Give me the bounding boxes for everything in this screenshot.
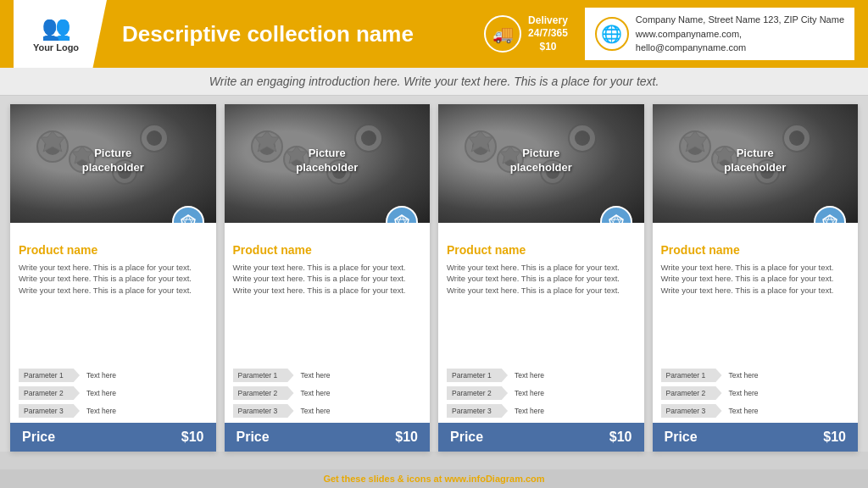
card-body-1: Product name Write your text here. This … bbox=[10, 223, 216, 423]
param-row-3-1: Parameter 1 Text here bbox=[447, 369, 636, 382]
param-value-1-3: Text here bbox=[83, 407, 116, 415]
product-card-4: Pictureplaceholder Product name Write yo… bbox=[653, 104, 859, 452]
param-value-3-3: Text here bbox=[511, 407, 544, 415]
param-value-4-1: Text here bbox=[726, 371, 759, 380]
param-row-1-2: Parameter 2 Text here bbox=[19, 386, 208, 400]
intro-bar: Write an engaging introduction here. Wri… bbox=[0, 68, 868, 96]
price-value-3: $10 bbox=[609, 430, 632, 445]
param-row-2-1: Parameter 1 Text here bbox=[233, 369, 422, 382]
param-label-3-1: Parameter 1 bbox=[447, 369, 508, 382]
header: 👥 Your Logo Descriptive collection name … bbox=[0, 0, 868, 68]
card-image-1: Pictureplaceholder bbox=[10, 104, 216, 223]
product-desc-1: Write your text here. This is a place fo… bbox=[19, 262, 208, 362]
product-name-1: Product name bbox=[19, 243, 208, 257]
param-row-3-3: Parameter 3 Text here bbox=[447, 404, 636, 418]
contact-info: Company Name, Street Name 123, ZIP City … bbox=[636, 13, 844, 55]
param-row-1-1: Parameter 1 Text here bbox=[19, 369, 208, 382]
product-card-3: Pictureplaceholder Product name Write yo… bbox=[438, 104, 644, 452]
card-image-2: Pictureplaceholder bbox=[225, 104, 431, 223]
card-image-4: Pictureplaceholder bbox=[653, 104, 859, 223]
product-name-3: Product name bbox=[447, 243, 636, 257]
truck-icon: 🚚 bbox=[484, 15, 521, 53]
header-contact: 🌐 Company Name, Street Name 123, ZIP Cit… bbox=[585, 8, 854, 60]
param-row-1-3: Parameter 3 Text here bbox=[19, 404, 208, 418]
card-body-2: Product name Write your text here. This … bbox=[225, 223, 431, 423]
param-value-4-3: Text here bbox=[726, 407, 759, 415]
params-1: Parameter 1 Text here Parameter 2 Text h… bbox=[19, 369, 208, 418]
price-label-1: Price bbox=[22, 430, 55, 445]
params-3: Parameter 1 Text here Parameter 2 Text h… bbox=[447, 369, 636, 418]
svg-point-23 bbox=[361, 130, 376, 146]
card-body-3: Product name Write your text here. This … bbox=[438, 223, 644, 423]
param-value-1-1: Text here bbox=[83, 371, 116, 380]
logo-icon: 👥 bbox=[42, 16, 71, 40]
param-label-1-2: Parameter 2 bbox=[19, 386, 80, 400]
globe-icon: 🌐 bbox=[595, 17, 629, 51]
price-label-4: Price bbox=[665, 430, 698, 445]
param-value-1-2: Text here bbox=[83, 389, 116, 397]
product-desc-2: Write your text here. This is a place fo… bbox=[233, 262, 422, 362]
param-value-2-1: Text here bbox=[298, 371, 331, 380]
svg-point-39 bbox=[575, 130, 590, 146]
param-label-4-1: Parameter 1 bbox=[661, 369, 722, 382]
params-2: Parameter 1 Text here Parameter 2 Text h… bbox=[233, 369, 422, 418]
price-value-4: $10 bbox=[823, 430, 846, 445]
param-value-3-2: Text here bbox=[511, 389, 544, 397]
param-row-3-2: Parameter 2 Text here bbox=[447, 386, 636, 400]
param-row-2-3: Parameter 3 Text here bbox=[233, 404, 422, 418]
card-footer-1: Price $10 bbox=[10, 423, 216, 452]
param-label-1-1: Parameter 1 bbox=[19, 369, 80, 382]
param-label-4-2: Parameter 2 bbox=[661, 386, 722, 400]
param-row-2-2: Parameter 2 Text here bbox=[233, 386, 422, 400]
param-value-4-2: Text here bbox=[726, 389, 759, 397]
params-4: Parameter 1 Text here Parameter 2 Text h… bbox=[661, 369, 850, 418]
product-card-1: Pictureplaceholder Product name Write yo… bbox=[10, 104, 216, 452]
footer-bar: Get these slides & icons at www.infoDiag… bbox=[0, 469, 868, 488]
price-value-1: $10 bbox=[181, 430, 204, 445]
header-title: Descriptive collection name bbox=[122, 21, 484, 47]
card-image-label-4: Pictureplaceholder bbox=[724, 147, 786, 175]
param-row-4-2: Parameter 2 Text here bbox=[661, 386, 850, 400]
card-body-4: Product name Write your text here. This … bbox=[653, 223, 859, 423]
product-desc-3: Write your text here. This is a place fo… bbox=[447, 262, 636, 362]
param-row-4-3: Parameter 3 Text here bbox=[661, 404, 850, 418]
card-footer-2: Price $10 bbox=[225, 423, 431, 452]
svg-point-7 bbox=[147, 130, 162, 146]
card-image-label-3: Pictureplaceholder bbox=[510, 147, 572, 175]
product-name-2: Product name bbox=[233, 243, 422, 257]
card-image-label-1: Pictureplaceholder bbox=[82, 147, 144, 175]
delivery-text: Delivery 24/7/365 $10 bbox=[528, 14, 568, 54]
param-label-2-2: Parameter 2 bbox=[233, 386, 294, 400]
card-image-label-2: Pictureplaceholder bbox=[296, 147, 358, 175]
logo-area: 👥 Your Logo bbox=[14, 0, 107, 68]
product-card-2: Pictureplaceholder Product name Write yo… bbox=[225, 104, 431, 452]
product-desc-4: Write your text here. This is a place fo… bbox=[661, 262, 850, 362]
cards-area: Pictureplaceholder Product name Write yo… bbox=[0, 96, 868, 452]
param-label-2-3: Parameter 3 bbox=[233, 404, 294, 418]
card-footer-4: Price $10 bbox=[653, 423, 859, 452]
price-label-3: Price bbox=[450, 430, 483, 445]
card-image-3: Pictureplaceholder bbox=[438, 104, 644, 223]
svg-point-55 bbox=[789, 130, 804, 146]
param-label-3-2: Parameter 2 bbox=[447, 386, 508, 400]
param-value-2-2: Text here bbox=[298, 389, 331, 397]
param-value-3-1: Text here bbox=[511, 371, 544, 380]
product-name-4: Product name bbox=[661, 243, 850, 257]
card-footer-3: Price $10 bbox=[438, 423, 644, 452]
param-label-4-3: Parameter 3 bbox=[661, 404, 722, 418]
param-label-2-1: Parameter 1 bbox=[233, 369, 294, 382]
param-label-1-3: Parameter 3 bbox=[19, 404, 80, 418]
header-delivery: 🚚 Delivery 24/7/365 $10 bbox=[484, 14, 568, 54]
param-row-4-1: Parameter 1 Text here bbox=[661, 369, 850, 382]
price-value-2: $10 bbox=[395, 430, 418, 445]
param-label-3-3: Parameter 3 bbox=[447, 404, 508, 418]
price-label-2: Price bbox=[236, 430, 270, 445]
param-value-2-3: Text here bbox=[298, 407, 331, 415]
logo-text: Your Logo bbox=[33, 42, 79, 53]
